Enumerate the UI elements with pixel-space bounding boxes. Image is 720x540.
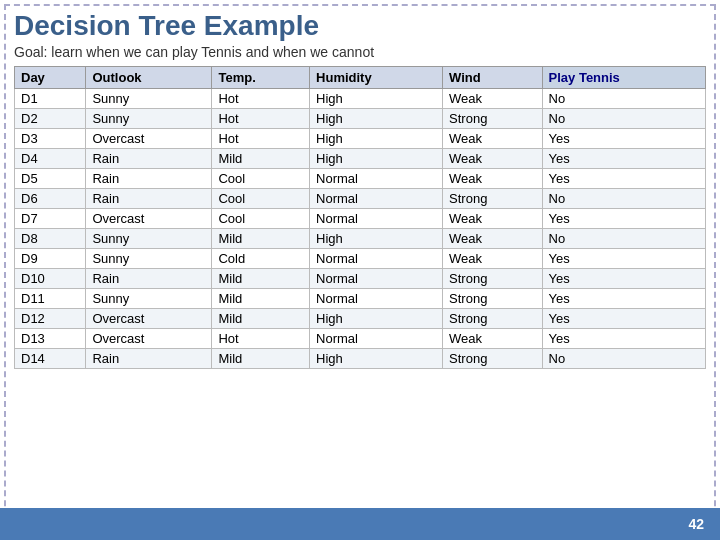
cell-9-1: Rain xyxy=(86,269,212,289)
cell-12-4: Weak xyxy=(443,329,542,349)
cell-1-3: High xyxy=(310,109,443,129)
cell-0-1: Sunny xyxy=(86,89,212,109)
table-row: D2SunnyHotHighStrongNo xyxy=(15,109,706,129)
cell-3-5: Yes xyxy=(542,149,705,169)
cell-9-5: Yes xyxy=(542,269,705,289)
cell-13-0: D14 xyxy=(15,349,86,369)
header-row: DayOutlookTemp.HumidityWindPlay Tennis xyxy=(15,67,706,89)
cell-7-3: High xyxy=(310,229,443,249)
cell-12-1: Overcast xyxy=(86,329,212,349)
cell-8-0: D9 xyxy=(15,249,86,269)
cell-11-0: D12 xyxy=(15,309,86,329)
cell-11-5: Yes xyxy=(542,309,705,329)
cell-6-2: Cool xyxy=(212,209,310,229)
table-row: D11SunnyMildNormalStrongYes xyxy=(15,289,706,309)
cell-1-4: Strong xyxy=(443,109,542,129)
content-area: Decision Tree Example Goal: learn when w… xyxy=(14,10,706,500)
table-row: D4RainMildHighWeakYes xyxy=(15,149,706,169)
cell-13-2: Mild xyxy=(212,349,310,369)
cell-10-5: Yes xyxy=(542,289,705,309)
cell-9-2: Mild xyxy=(212,269,310,289)
table-row: D7OvercastCoolNormalWeakYes xyxy=(15,209,706,229)
cell-0-4: Weak xyxy=(443,89,542,109)
cell-6-3: Normal xyxy=(310,209,443,229)
page-subtitle: Goal: learn when we can play Tennis and … xyxy=(14,44,706,60)
cell-3-2: Mild xyxy=(212,149,310,169)
cell-9-0: D10 xyxy=(15,269,86,289)
cell-1-2: Hot xyxy=(212,109,310,129)
table-row: D12OvercastMildHighStrongYes xyxy=(15,309,706,329)
cell-7-5: No xyxy=(542,229,705,249)
table-row: D14RainMildHighStrongNo xyxy=(15,349,706,369)
footer-bar: 42 xyxy=(0,508,720,540)
table-row: D8SunnyMildHighWeakNo xyxy=(15,229,706,249)
cell-8-1: Sunny xyxy=(86,249,212,269)
cell-1-5: No xyxy=(542,109,705,129)
cell-2-3: High xyxy=(310,129,443,149)
col-header-humidity: Humidity xyxy=(310,67,443,89)
cell-1-1: Sunny xyxy=(86,109,212,129)
cell-13-1: Rain xyxy=(86,349,212,369)
table-row: D6RainCoolNormalStrongNo xyxy=(15,189,706,209)
cell-4-0: D5 xyxy=(15,169,86,189)
cell-3-3: High xyxy=(310,149,443,169)
cell-6-1: Overcast xyxy=(86,209,212,229)
cell-0-0: D1 xyxy=(15,89,86,109)
cell-7-1: Sunny xyxy=(86,229,212,249)
cell-10-3: Normal xyxy=(310,289,443,309)
table-header: DayOutlookTemp.HumidityWindPlay Tennis xyxy=(15,67,706,89)
cell-8-2: Cold xyxy=(212,249,310,269)
col-header-wind: Wind xyxy=(443,67,542,89)
table-row: D13OvercastHotNormalWeakYes xyxy=(15,329,706,349)
cell-4-2: Cool xyxy=(212,169,310,189)
cell-3-0: D4 xyxy=(15,149,86,169)
cell-6-4: Weak xyxy=(443,209,542,229)
table-row: D1SunnyHotHighWeakNo xyxy=(15,89,706,109)
table-row: D9SunnyColdNormalWeakYes xyxy=(15,249,706,269)
cell-8-5: Yes xyxy=(542,249,705,269)
cell-5-4: Strong xyxy=(443,189,542,209)
cell-2-0: D3 xyxy=(15,129,86,149)
cell-9-3: Normal xyxy=(310,269,443,289)
cell-2-2: Hot xyxy=(212,129,310,149)
cell-5-1: Rain xyxy=(86,189,212,209)
cell-10-0: D11 xyxy=(15,289,86,309)
cell-5-3: Normal xyxy=(310,189,443,209)
cell-7-0: D8 xyxy=(15,229,86,249)
table-row: D5RainCoolNormalWeakYes xyxy=(15,169,706,189)
cell-3-1: Rain xyxy=(86,149,212,169)
cell-11-4: Strong xyxy=(443,309,542,329)
page-title: Decision Tree Example xyxy=(14,10,706,42)
cell-9-4: Strong xyxy=(443,269,542,289)
cell-1-0: D2 xyxy=(15,109,86,129)
cell-13-4: Strong xyxy=(443,349,542,369)
col-header-playtennis: Play Tennis xyxy=(542,67,705,89)
cell-12-5: Yes xyxy=(542,329,705,349)
cell-8-3: Normal xyxy=(310,249,443,269)
cell-0-5: No xyxy=(542,89,705,109)
cell-8-4: Weak xyxy=(443,249,542,269)
cell-13-3: High xyxy=(310,349,443,369)
cell-6-0: D7 xyxy=(15,209,86,229)
page-number: 42 xyxy=(688,516,704,532)
cell-12-0: D13 xyxy=(15,329,86,349)
cell-11-1: Overcast xyxy=(86,309,212,329)
cell-4-5: Yes xyxy=(542,169,705,189)
col-header-temp: Temp. xyxy=(212,67,310,89)
cell-2-5: Yes xyxy=(542,129,705,149)
cell-5-2: Cool xyxy=(212,189,310,209)
col-header-outlook: Outlook xyxy=(86,67,212,89)
cell-3-4: Weak xyxy=(443,149,542,169)
decision-tree-table: DayOutlookTemp.HumidityWindPlay Tennis D… xyxy=(14,66,706,369)
cell-5-5: No xyxy=(542,189,705,209)
cell-10-1: Sunny xyxy=(86,289,212,309)
cell-2-4: Weak xyxy=(443,129,542,149)
cell-4-1: Rain xyxy=(86,169,212,189)
cell-4-4: Weak xyxy=(443,169,542,189)
cell-5-0: D6 xyxy=(15,189,86,209)
cell-11-3: High xyxy=(310,309,443,329)
cell-13-5: No xyxy=(542,349,705,369)
cell-6-5: Yes xyxy=(542,209,705,229)
table-row: D3OvercastHotHighWeakYes xyxy=(15,129,706,149)
cell-4-3: Normal xyxy=(310,169,443,189)
